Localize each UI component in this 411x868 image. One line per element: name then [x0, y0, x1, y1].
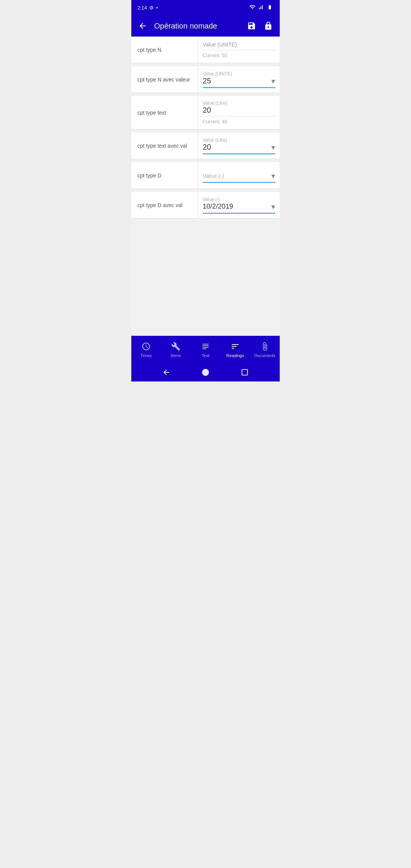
row-label-cpt-type-text: cpt type text — [131, 96, 198, 129]
settings-icon: ⚙ — [149, 5, 154, 11]
nav-item-documents[interactable]: Documents — [250, 341, 280, 358]
divider-5 — [131, 189, 280, 192]
nav-label-items: Items — [171, 353, 181, 358]
bottom-nav: Times Items Text Readings — [131, 336, 280, 363]
value-main-d-avec-val: 10/2/2019 — [203, 203, 233, 211]
value-main-text-avec-val: 20 — [203, 143, 211, 152]
nav-item-times[interactable]: Times — [131, 341, 161, 358]
row-value-cpt-type-text: Value (Litre) 20 Current: 45 — [198, 96, 280, 129]
svg-point-0 — [202, 369, 209, 376]
dropdown-n-avec-valeur[interactable]: 25 ▾ — [203, 77, 276, 88]
app-bar: Opération nomade — [131, 15, 280, 37]
empty-space — [131, 219, 280, 333]
chevron-down-icon-2: ▾ — [271, 143, 275, 152]
divider-2 — [131, 93, 280, 96]
row-cpt-type-n: cpt type N Value (UNITE) Current: 50 — [131, 37, 280, 63]
signal-icon — [258, 4, 264, 11]
dropdown-cpt-d[interactable]: Value (-) ▾ — [203, 171, 276, 183]
nav-item-readings[interactable]: Readings — [220, 341, 250, 358]
row-cpt-type-text: cpt type text Value (Litre) 20 Current: … — [131, 96, 280, 129]
row-value-cpt-type-d[interactable]: Value (-) ▾ — [198, 162, 280, 188]
current-value-cpt-text: Current: 45 — [203, 116, 276, 124]
row-label-cpt-n-avec-valeur: cpt type N avec valeur — [131, 66, 198, 93]
nav-label-readings: Readings — [226, 353, 244, 358]
row-label-cpt-text-avec-val: cpt type text avec val — [131, 132, 198, 159]
status-bar: 2:14 ⚙ • — [131, 0, 280, 15]
main-content: cpt type N Value (UNITE) Current: 50 cpt… — [131, 37, 280, 336]
value-unit-cpt-type-n: Value (UNITE) — [203, 41, 276, 48]
value-main-cpt-text: 20 — [203, 106, 276, 115]
sys-home-button[interactable] — [201, 368, 210, 377]
row-value-cpt-type-n: Value (UNITE) Current: 50 — [198, 37, 280, 63]
row-label-cpt-type-n: cpt type N — [131, 37, 198, 63]
page-title: Opération nomade — [154, 22, 240, 30]
app-bar-actions — [245, 19, 275, 33]
status-time: 2:14 — [137, 5, 147, 11]
dot-icon: • — [156, 5, 158, 11]
nav-label-text: Text — [202, 353, 209, 358]
value-unit-d-avec-val: Value (-) — [203, 197, 276, 202]
value-main-n-avec-valeur: 25 — [203, 77, 211, 85]
chevron-down-icon-4: ▾ — [271, 202, 275, 211]
row-label-cpt-d-avec-val: cpt type D avec val — [131, 192, 198, 218]
battery-icon — [266, 5, 274, 11]
value-unit-n-avec-valeur: Value (UNITE) — [203, 71, 276, 77]
dropdown-text-avec-val[interactable]: 20 ▾ — [203, 143, 276, 154]
divider-3 — [131, 129, 280, 132]
row-value-cpt-d-avec-val[interactable]: Value (-) 10/2/2019 ▾ — [198, 192, 280, 218]
value-unit-text-avec-val: Value (Litre) — [203, 137, 276, 143]
text-icon — [200, 341, 211, 352]
svg-rect-1 — [242, 370, 248, 375]
wrench-icon — [170, 341, 181, 352]
value-unit-cpt-d: Value (-) — [203, 172, 224, 179]
sys-back-button[interactable] — [162, 368, 170, 377]
row-cpt-type-d: cpt type D Value (-) ▾ — [131, 162, 280, 189]
chevron-down-icon: ▾ — [271, 77, 275, 86]
row-value-cpt-text-avec-val[interactable]: Value (Litre) 20 ▾ — [198, 132, 280, 159]
chevron-down-icon-3: ▾ — [271, 171, 275, 180]
wifi-icon — [249, 4, 255, 11]
sys-recent-button[interactable] — [241, 368, 249, 377]
row-label-cpt-type-d: cpt type D — [131, 162, 198, 188]
current-value-cpt-type-n: Current: 50 — [203, 50, 276, 58]
system-nav-bar — [131, 363, 280, 381]
nav-item-items[interactable]: Items — [161, 341, 191, 358]
save-button[interactable] — [245, 19, 258, 33]
dropdown-d-avec-val[interactable]: 10/2/2019 ▾ — [203, 202, 276, 214]
divider-4 — [131, 159, 280, 162]
clock-icon — [141, 341, 151, 352]
back-button[interactable] — [136, 19, 150, 33]
row-value-cpt-n-avec-valeur[interactable]: Value (UNITE) 25 ▾ — [198, 66, 280, 93]
row-cpt-type-text-avec-val: cpt type text avec val Value (Litre) 20 … — [131, 132, 280, 159]
row-cpt-type-n-avec-valeur: cpt type N avec valeur Value (UNITE) 25 … — [131, 66, 280, 93]
paperclip-icon — [260, 341, 270, 352]
nav-item-text[interactable]: Text — [191, 341, 220, 358]
readings-icon — [230, 341, 241, 352]
row-cpt-type-d-avec-val: cpt type D avec val Value (-) 10/2/2019 … — [131, 192, 280, 219]
value-unit-cpt-text: Value (Litre) — [203, 101, 276, 106]
lock-button[interactable] — [261, 19, 275, 33]
nav-label-times: Times — [140, 353, 152, 358]
nav-label-documents: Documents — [254, 353, 276, 358]
divider-1 — [131, 63, 280, 66]
